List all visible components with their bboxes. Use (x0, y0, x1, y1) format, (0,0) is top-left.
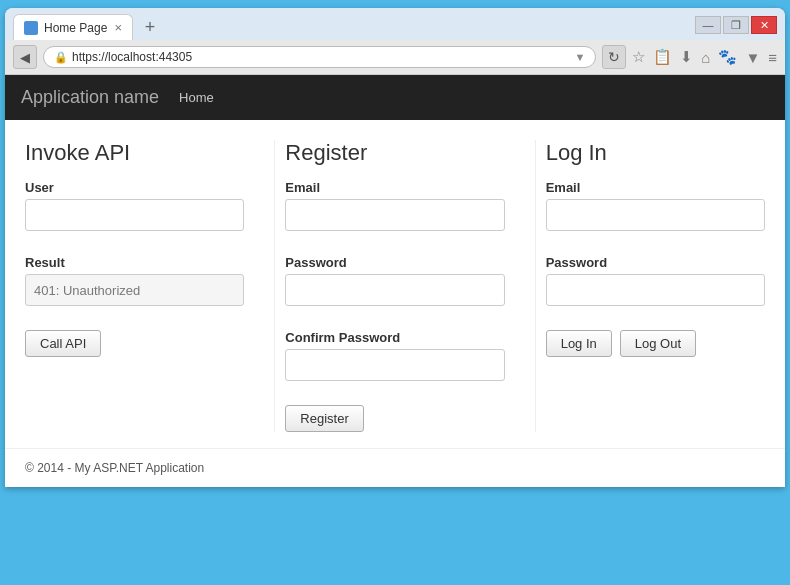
divider-2 (535, 140, 536, 432)
login-button[interactable]: Log In (546, 330, 612, 357)
back-button[interactable]: ◀ (13, 45, 37, 69)
login-password-label: Password (546, 255, 765, 270)
lock-icon: 🔒 (54, 51, 68, 64)
app-name: Application name (21, 87, 159, 108)
register-email-label: Email (285, 180, 504, 195)
result-field-group: Result (25, 255, 244, 318)
register-confirm-group: Confirm Password (285, 330, 504, 393)
invoke-api-section: Invoke API User Result Call API (25, 140, 264, 432)
url-dropdown-icon[interactable]: ▼ (574, 51, 585, 63)
tab-close-button[interactable]: × (114, 20, 122, 35)
user-field-group: User (25, 180, 244, 243)
star-icon[interactable]: ☆ (632, 48, 645, 66)
minimize-button[interactable]: — (695, 16, 721, 34)
invoke-api-title: Invoke API (25, 140, 244, 166)
title-bar: Home Page × + — ❒ ✕ (5, 8, 785, 40)
window-controls: — ❒ ✕ (695, 16, 777, 38)
extension-icon[interactable]: 🐾 (718, 48, 737, 66)
register-confirm-input[interactable] (285, 349, 504, 381)
new-tab-button[interactable]: + (137, 14, 163, 40)
footer-text: © 2014 - My ASP.NET Application (25, 461, 204, 475)
login-password-group: Password (546, 255, 765, 318)
login-email-label: Email (546, 180, 765, 195)
user-label: User (25, 180, 244, 195)
register-password-group: Password (285, 255, 504, 318)
address-bar: ◀ 🔒 https://localhost:44305 ▼ ↻ ☆ 📋 ⬇ ⌂ … (5, 40, 785, 75)
nav-home-link[interactable]: Home (179, 90, 214, 105)
refresh-button[interactable]: ↻ (602, 45, 626, 69)
close-button[interactable]: ✕ (751, 16, 777, 34)
login-email-group: Email (546, 180, 765, 243)
home-icon[interactable]: ⌂ (701, 49, 710, 66)
login-title: Log In (546, 140, 765, 166)
login-password-input[interactable] (546, 274, 765, 306)
register-email-input[interactable] (285, 199, 504, 231)
register-button[interactable]: Register (285, 405, 363, 432)
tab-title: Home Page (44, 21, 107, 35)
register-confirm-label: Confirm Password (285, 330, 504, 345)
tab-favicon (24, 21, 38, 35)
url-text: https://localhost:44305 (72, 50, 192, 64)
register-password-label: Password (285, 255, 504, 270)
download-icon[interactable]: ⬇ (680, 48, 693, 66)
browser-tab[interactable]: Home Page × (13, 14, 133, 40)
register-email-group: Email (285, 180, 504, 243)
register-password-input[interactable] (285, 274, 504, 306)
clipboard-icon[interactable]: 📋 (653, 48, 672, 66)
divider-1 (274, 140, 275, 432)
login-button-group: Log In Log Out (546, 330, 765, 357)
register-title: Register (285, 140, 504, 166)
browser-window: Home Page × + — ❒ ✕ ◀ 🔒 https://localhos… (5, 8, 785, 487)
url-box[interactable]: 🔒 https://localhost:44305 ▼ (43, 46, 596, 68)
result-label: Result (25, 255, 244, 270)
toolbar-icons: ☆ 📋 ⬇ ⌂ 🐾 ▼ ≡ (632, 48, 777, 66)
logout-button[interactable]: Log Out (620, 330, 696, 357)
call-api-button[interactable]: Call API (25, 330, 101, 357)
result-input (25, 274, 244, 306)
user-input[interactable] (25, 199, 244, 231)
nav-bar: Application name Home (5, 75, 785, 120)
login-email-input[interactable] (546, 199, 765, 231)
login-section: Log In Email Password Log In Log Out (546, 140, 765, 432)
main-content: Invoke API User Result Call API Register… (5, 120, 785, 448)
register-section: Register Email Password Confirm Password… (285, 140, 524, 432)
menu-icon[interactable]: ≡ (768, 49, 777, 66)
footer: © 2014 - My ASP.NET Application (5, 448, 785, 487)
extension-dropdown[interactable]: ▼ (745, 49, 760, 66)
page-content: Application name Home Invoke API User Re… (5, 75, 785, 487)
restore-button[interactable]: ❒ (723, 16, 749, 34)
